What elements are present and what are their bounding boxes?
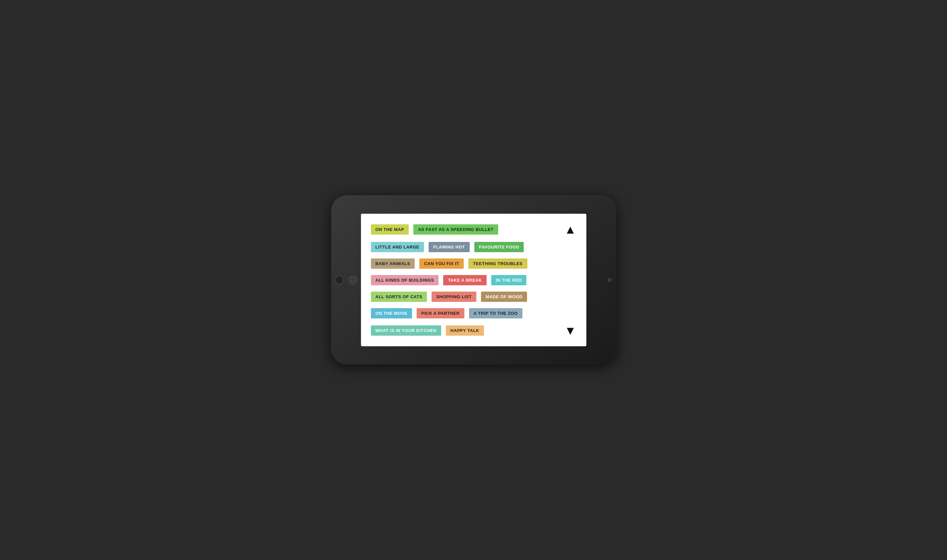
tag-row-4: ALL KINDS OF BUILDINGS TAKE A BREAK IN T… <box>371 275 576 285</box>
tag-trip-to-zoo[interactable]: A TRIP TO THE ZOO <box>469 308 522 318</box>
tag-all-sorts-cats[interactable]: ALL SORTS OF CATS <box>371 292 427 302</box>
tag-on-the-map[interactable]: ON THE MAP <box>371 224 409 235</box>
tag-teething-troubles[interactable]: TEETHING TROUBLES <box>468 258 527 269</box>
tag-on-the-move[interactable]: ON THE MOVE <box>371 308 412 318</box>
tag-flaming-hot[interactable]: FLAMING HOT <box>429 242 470 252</box>
speaker-icon <box>348 275 358 285</box>
scroll-down-button[interactable]: ▼ <box>565 325 576 337</box>
tag-all-kinds-buildings[interactable]: ALL KINDS OF BUILDINGS <box>371 275 439 285</box>
tag-pick-a-partner[interactable]: PICK A PARTNER <box>417 308 464 318</box>
scroll-up-button[interactable]: ▲ <box>565 224 576 235</box>
tag-what-is-in-kitchen[interactable]: WHAT IS IN YOUR KITCHEN <box>371 325 441 336</box>
tag-row-7: WHAT IS IN YOUR KITCHEN HAPPY TALK ▼ <box>371 325 576 337</box>
tag-can-you-fix-it[interactable]: CAN YOU FIX IT <box>419 258 464 269</box>
tag-row-2: LITTLE AND LARGE FLAMING HOT FAVOURITE F… <box>371 242 576 252</box>
tag-happy-talk[interactable]: HAPPY TALK <box>446 325 484 336</box>
tag-favourite-food[interactable]: FAVOURITE FOOD <box>474 242 524 252</box>
phone-device: ON THE MAP AS FAST AS A SPEEDING BULLET … <box>331 195 616 365</box>
tag-row-1: ON THE MAP AS FAST AS A SPEEDING BULLET … <box>371 224 576 235</box>
tag-as-fast[interactable]: AS FAST AS A SPEEDING BULLET <box>413 224 498 235</box>
tag-row-3: BABY ANIMALS CAN YOU FIX IT TEETHING TRO… <box>371 258 576 269</box>
tag-in-the-red[interactable]: IN THE RED <box>491 275 527 285</box>
tag-shopping-list[interactable]: SHOPPING LIST <box>431 292 476 302</box>
tag-baby-animals[interactable]: BABY ANIMALS <box>371 258 415 269</box>
tag-made-of-wood[interactable]: MADE OF WOOD <box>481 292 527 302</box>
phone-screen: ON THE MAP AS FAST AS A SPEEDING BULLET … <box>361 214 587 346</box>
tag-row-6: ON THE MOVE PICK A PARTNER A TRIP TO THE… <box>371 308 576 318</box>
tag-row-5: ALL SORTS OF CATS SHOPPING LIST MADE OF … <box>371 292 576 302</box>
tag-take-a-break[interactable]: TAKE A BREAK <box>443 275 486 285</box>
tag-little-and-large[interactable]: LITTLE AND LARGE <box>371 242 424 252</box>
